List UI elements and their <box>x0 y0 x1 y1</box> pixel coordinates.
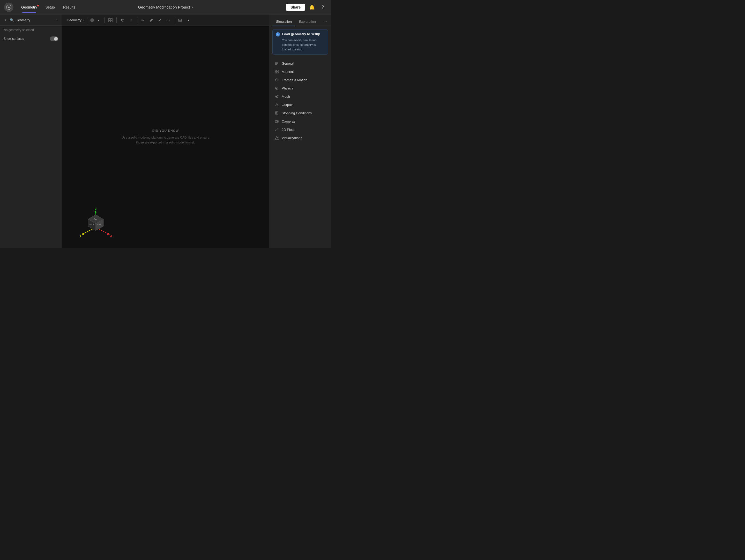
rect-button[interactable]: ▭ <box>164 16 172 24</box>
right-panel: Simulation Exploration ··· i Load geomet… <box>269 14 331 248</box>
svg-text:Top: Top <box>94 218 97 220</box>
nav-tabs: Geometry Setup Results <box>18 4 79 11</box>
svg-rect-2 <box>111 19 112 20</box>
toggle-knob <box>54 37 58 41</box>
scissors-button[interactable]: ✂ <box>139 16 147 24</box>
svg-rect-30 <box>277 72 278 73</box>
share-button[interactable]: Share <box>286 4 305 11</box>
grid-button[interactable] <box>106 16 114 24</box>
dropdown-chevron-icon: ▾ <box>83 19 84 22</box>
left-panel: ▾ 🔍 Geometry ··· No geometry selected Sh… <box>0 14 62 248</box>
right-panel-menu-button[interactable]: ··· <box>323 19 328 25</box>
sim-list: General Material Frames & Motion Physics… <box>269 58 331 143</box>
canvas-body: DID YOU KNOW Use a solid modeling platfo… <box>62 26 269 248</box>
sim-item-visualizations[interactable]: Visualizations <box>271 134 330 142</box>
toolbar-edit-group: ✂ ▭ <box>139 16 172 24</box>
stopping-conditions-icon <box>274 111 279 115</box>
left-panel-title: Geometry <box>15 18 52 22</box>
show-surfaces-label: Show surfaces <box>4 37 24 41</box>
info-title: Load geometry to setup. <box>282 32 321 36</box>
svg-rect-4 <box>111 21 112 22</box>
main-layout: ▾ 🔍 Geometry ··· No geometry selected Sh… <box>0 14 331 248</box>
svg-point-32 <box>276 87 278 90</box>
mesh-icon <box>274 94 279 99</box>
sim-item-general[interactable]: General <box>271 59 330 68</box>
show-surfaces-toggle[interactable] <box>50 36 58 41</box>
physics-icon <box>274 86 279 91</box>
nav-right: Share 🔔 ? <box>286 3 327 11</box>
bell-icon-button[interactable]: 🔔 <box>308 3 316 11</box>
logo-button[interactable] <box>4 3 13 12</box>
tab-simulation[interactable]: Simulation <box>272 18 295 26</box>
dyk-title: DID YOU KNOW <box>122 129 209 133</box>
orbit-button[interactable] <box>119 16 127 24</box>
svg-marker-19 <box>88 219 96 231</box>
pencil-button[interactable] <box>156 16 163 24</box>
layers-button[interactable] <box>176 16 184 24</box>
center-canvas: Geometry ▾ ▾ <box>62 14 269 248</box>
sim-item-stopping-conditions[interactable]: Stopping Conditions <box>271 109 330 117</box>
toolbar-separator-4 <box>137 17 137 23</box>
svg-text:Z: Z <box>95 207 97 210</box>
svg-text:Back: Back <box>90 223 94 225</box>
toolbar: Geometry ▾ ▾ <box>62 14 269 26</box>
info-icon: i <box>276 32 280 36</box>
info-body: You can modify simulation settings once … <box>276 38 325 52</box>
sim-item-2d-plots[interactable]: 2D Plots <box>271 126 330 134</box>
info-box-top: i Load geometry to setup. <box>276 32 325 36</box>
svg-point-5 <box>121 19 124 22</box>
nav-tab-geometry[interactable]: Geometry <box>18 4 41 11</box>
geometry-badge <box>37 5 39 6</box>
svg-marker-18 <box>88 215 103 224</box>
right-panel-header: Simulation Exploration ··· <box>269 14 331 26</box>
tab-exploration[interactable]: Exploration <box>295 18 320 26</box>
svg-line-10 <box>83 228 96 234</box>
toolbar-grid-group <box>106 16 114 24</box>
bell-icon: 🔔 <box>309 4 315 10</box>
svg-point-44 <box>277 139 277 139</box>
show-surfaces-row: Show surfaces <box>0 34 62 43</box>
axis-widget: Z Y X Top Back Front <box>77 207 114 240</box>
panel-header: ▾ 🔍 Geometry ··· <box>0 14 62 26</box>
material-icon <box>274 69 279 74</box>
top-nav: Geometry Setup Results Geometry Modifica… <box>0 0 331 14</box>
nav-tab-setup[interactable]: Setup <box>42 4 59 11</box>
color-chevron-button[interactable]: ▾ <box>94 16 102 24</box>
svg-marker-14 <box>107 233 110 235</box>
dyk-text: Use a solid modeling platform to generat… <box>122 135 209 145</box>
layers-chevron-button[interactable]: ▾ <box>185 16 192 24</box>
svg-rect-8 <box>179 21 182 22</box>
geometry-dropdown-button[interactable]: Geometry ▾ <box>65 17 86 23</box>
sim-item-frames-motion[interactable]: Frames & Motion <box>271 76 330 84</box>
sim-item-cameras[interactable]: Cameras <box>271 117 330 126</box>
orbit-chevron-button[interactable]: ▾ <box>127 16 135 24</box>
project-title[interactable]: Geometry Modification Project ▾ <box>138 5 193 9</box>
svg-point-6 <box>160 19 161 20</box>
help-icon-button[interactable]: ? <box>319 3 327 11</box>
color-picker-button[interactable] <box>90 19 94 22</box>
edit-button[interactable] <box>148 16 155 24</box>
svg-marker-20 <box>96 219 103 231</box>
search-icon: 🔍 <box>10 18 14 22</box>
svg-point-35 <box>276 96 277 97</box>
svg-point-33 <box>276 88 277 89</box>
toolbar-color-group: ▾ <box>90 16 102 24</box>
did-you-know: DID YOU KNOW Use a solid modeling platfo… <box>122 129 209 145</box>
panel-menu-button[interactable]: ··· <box>53 17 59 23</box>
outputs-icon <box>274 102 279 107</box>
sim-item-physics[interactable]: Physics <box>271 84 330 92</box>
sim-item-outputs[interactable]: Outputs <box>271 101 330 109</box>
svg-marker-13 <box>82 233 84 235</box>
svg-rect-27 <box>275 70 277 71</box>
svg-line-11 <box>96 228 109 234</box>
sim-item-mesh[interactable]: Mesh <box>271 92 330 101</box>
panel-collapse-button[interactable]: ▾ <box>3 17 8 23</box>
nav-tab-results[interactable]: Results <box>60 4 79 11</box>
svg-marker-36 <box>276 103 278 106</box>
toolbar-geometry-group: Geometry ▾ <box>65 17 86 23</box>
svg-rect-3 <box>109 21 110 22</box>
toolbar-separator-5 <box>174 17 174 23</box>
svg-rect-29 <box>275 72 277 73</box>
help-icon: ? <box>322 5 324 9</box>
sim-item-material[interactable]: Material <box>271 68 330 76</box>
